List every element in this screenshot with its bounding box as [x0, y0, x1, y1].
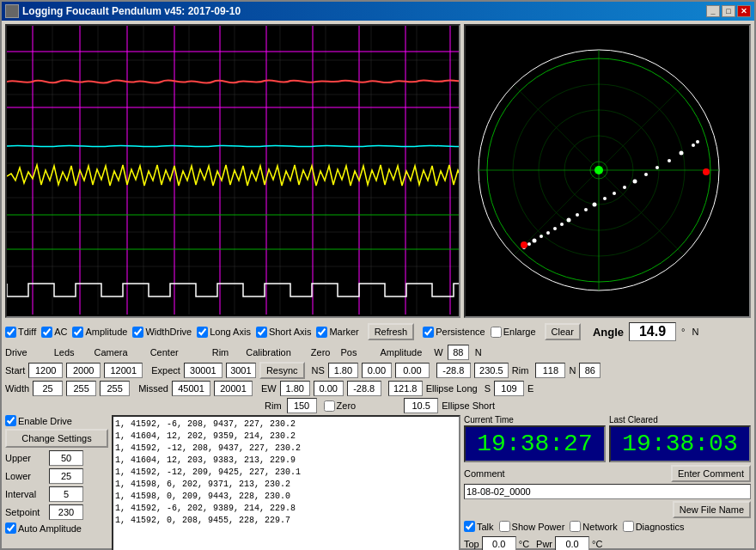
lower-label: Lower — [5, 471, 46, 481]
center-label: Center — [150, 347, 179, 358]
ac-checkbox[interactable] — [41, 327, 52, 338]
shortaxis-checkbox[interactable] — [256, 327, 267, 338]
auto-amplitude-label[interactable]: Auto Amplitude — [5, 522, 108, 534]
network-checkbox-label[interactable]: Network — [570, 521, 617, 532]
nw-value[interactable] — [535, 363, 565, 378]
leds-value[interactable] — [66, 363, 101, 378]
svg-point-64 — [703, 168, 710, 175]
pos-value[interactable] — [436, 363, 471, 378]
drive-value[interactable] — [28, 363, 63, 378]
temperature-section: Top °C Pwr °C — [464, 536, 751, 550]
n-label: N — [475, 347, 482, 358]
app-icon — [5, 4, 19, 18]
minimize-button[interactable]: _ — [706, 5, 720, 17]
diagnostics-checkbox-label[interactable]: Diagnostics — [623, 521, 685, 532]
zero-checkbox-label[interactable]: Zero — [324, 400, 357, 412]
svg-point-60 — [696, 140, 699, 144]
refresh-button[interactable]: Refresh — [368, 323, 415, 340]
svg-point-52 — [613, 192, 616, 195]
ew-cal2[interactable] — [347, 381, 381, 396]
persistence-checkbox-label[interactable]: Persistence — [423, 327, 485, 338]
marker-checkbox-label[interactable]: Marker — [316, 327, 358, 338]
widthdrive-checkbox-label[interactable]: WidthDrive — [132, 327, 192, 338]
ew-value[interactable] — [280, 381, 310, 396]
zero-top-label: Zero — [311, 347, 331, 358]
interval-group: Interval — [5, 486, 108, 502]
center-missed[interactable] — [172, 381, 210, 396]
camera-value[interactable] — [104, 363, 143, 378]
interval-value[interactable] — [49, 486, 83, 502]
angle-value[interactable] — [629, 322, 676, 341]
log-line-6: 1, 41598, 6, 202, 9371, 213, 230.2 — [115, 479, 457, 491]
degree-symbol: ° — [681, 327, 685, 337]
comment-input[interactable] — [464, 484, 751, 499]
enlarge-checkbox-label[interactable]: Enlarge — [491, 327, 536, 338]
e-value[interactable] — [579, 363, 601, 378]
center-expect[interactable] — [184, 363, 223, 378]
rim-missed[interactable] — [214, 381, 253, 396]
missed-label: Missed — [138, 383, 168, 394]
auto-amplitude-checkbox[interactable] — [5, 522, 16, 534]
ns-value[interactable] — [328, 363, 358, 378]
svg-point-43 — [540, 235, 543, 238]
setpoint-value[interactable] — [49, 504, 83, 520]
amplitude-checkbox-label[interactable]: Amplitude — [72, 327, 127, 338]
rim-cal-value[interactable] — [287, 398, 317, 413]
lower-value[interactable] — [49, 468, 83, 484]
zero-checkbox[interactable] — [324, 400, 335, 412]
svg-point-53 — [623, 186, 626, 189]
new-file-button[interactable]: New File Name — [673, 501, 751, 518]
ellipse-long-label: Ellipse Long — [426, 383, 478, 394]
tdiff-checkbox-label[interactable]: Tdiff — [5, 327, 36, 338]
maximize-button[interactable]: □ — [722, 5, 735, 17]
s-value[interactable] — [494, 381, 524, 396]
ellipse-short-val[interactable] — [404, 398, 438, 413]
width-camera[interactable] — [100, 381, 130, 396]
close-button[interactable]: ✕ — [737, 5, 751, 17]
talk-checkbox[interactable] — [464, 521, 475, 532]
pwr-temp-value[interactable] — [555, 536, 589, 550]
expect-label: Expect — [151, 365, 180, 376]
polar-svg — [466, 26, 732, 315]
marker-checkbox[interactable] — [316, 327, 327, 338]
compass-wn: W N — [434, 345, 481, 360]
w-value[interactable] — [448, 345, 469, 360]
pwr-unit: °C — [592, 539, 602, 549]
svg-point-47 — [567, 218, 571, 223]
ns-zero[interactable] — [362, 363, 392, 378]
rim-expect[interactable] — [226, 363, 256, 378]
tdiff-checkbox[interactable] — [5, 327, 16, 338]
diagnostics-checkbox[interactable] — [623, 521, 634, 532]
ew-zero[interactable] — [314, 381, 344, 396]
log-line-4: 1, 41604, 12, 203, 9383, 213, 229.9 — [115, 455, 457, 467]
amplitude-checkbox[interactable] — [72, 327, 83, 338]
pwr-temp-group: Pwr °C — [536, 536, 602, 550]
longaxis-checkbox[interactable] — [197, 327, 208, 338]
top-temp-value[interactable] — [482, 536, 516, 550]
svg-point-46 — [560, 223, 564, 226]
enable-drive-label[interactable]: Enable Drive — [5, 415, 108, 426]
show-power-checkbox-label[interactable]: Show Power — [499, 521, 565, 532]
enlarge-checkbox[interactable] — [491, 327, 502, 338]
network-checkbox[interactable] — [570, 521, 581, 532]
show-power-checkbox[interactable] — [499, 521, 510, 532]
widthdrive-checkbox[interactable] — [132, 327, 143, 338]
ellipse-long-val[interactable] — [388, 381, 423, 396]
width-value[interactable] — [33, 381, 63, 396]
resync-button[interactable]: Resync — [259, 362, 305, 379]
ac-checkbox-label[interactable]: AC — [41, 327, 67, 338]
upper-group: Upper — [5, 450, 108, 466]
lower-group: Lower — [5, 468, 108, 484]
persistence-checkbox[interactable] — [423, 327, 434, 338]
talk-checkbox-label[interactable]: Talk — [464, 521, 494, 532]
change-settings-button[interactable]: Change Settings — [5, 429, 108, 448]
upper-value[interactable] — [49, 450, 83, 466]
ns-cal2[interactable] — [395, 363, 430, 378]
longaxis-checkbox-label[interactable]: Long Axis — [197, 327, 251, 338]
shortaxis-checkbox-label[interactable]: Short Axis — [256, 327, 312, 338]
amp-value1[interactable] — [474, 363, 509, 378]
enable-drive-checkbox[interactable] — [5, 415, 16, 426]
width-leds[interactable] — [66, 381, 96, 396]
clear-button[interactable]: Clear — [545, 323, 581, 340]
enter-comment-button[interactable]: Enter Comment — [671, 465, 751, 482]
